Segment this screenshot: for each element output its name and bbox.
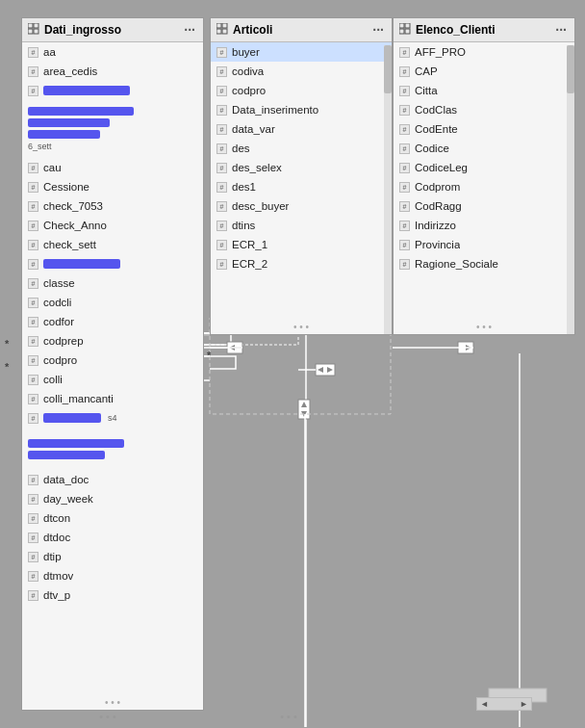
table-row[interactable]: # AFF_PRO	[394, 42, 574, 62]
table-row-redacted[interactable]: #	[22, 254, 203, 273]
table-row[interactable]: # Indirizzo	[394, 216, 574, 235]
field-icon: #	[216, 47, 227, 58]
table-row[interactable]: # ECR_2	[211, 254, 392, 273]
field-name: check_7053	[43, 200, 103, 212]
table-row[interactable]: # CodClas	[394, 100, 574, 119]
table-row[interactable]: # cau	[22, 158, 203, 177]
table-row[interactable]: # aa	[22, 42, 203, 62]
resize-handle-bottom-elenco[interactable]: • • •	[476, 322, 492, 334]
scroll-right-arrow[interactable]: ►	[520, 699, 528, 709]
table-row[interactable]: # Codprom	[394, 177, 574, 196]
table-row[interactable]: # Citta	[394, 81, 574, 100]
table-row[interactable]: # area_cedis	[22, 62, 203, 81]
table-row[interactable]: # Data_inserimento	[211, 100, 392, 119]
resize-handle-bottom[interactable]: • • •	[105, 697, 120, 710]
field-icon: #	[399, 105, 410, 116]
field-icon: #	[216, 124, 227, 135]
table-row[interactable]: # Ragione_Sociale	[394, 254, 574, 273]
field-icon: #	[28, 298, 38, 308]
svg-text:• • •: • • •	[280, 711, 297, 722]
panel-elenco-header[interactable]: Elenco_Clienti ···	[394, 18, 574, 42]
panel-articoli-header[interactable]: Articoli ···	[211, 18, 392, 42]
table-row[interactable]: # CodRagg	[394, 196, 574, 216]
table-row-redacted[interactable]: # s4	[22, 408, 203, 428]
field-name: dtins	[232, 220, 255, 231]
table-row[interactable]: # codprep	[22, 331, 203, 351]
table-row[interactable]: # dtins	[211, 216, 392, 235]
table-row[interactable]: # desc_buyer	[211, 196, 392, 216]
table-row[interactable]: # colli_mancanti	[22, 389, 203, 408]
table-row[interactable]: # data_var	[211, 119, 392, 139]
table-row[interactable]: # dtdoc	[22, 528, 203, 547]
field-icon: #	[399, 221, 410, 231]
panel-dati-title-group: Dati_ingrosso	[28, 23, 121, 38]
field-icon: #	[28, 66, 38, 77]
scrollbar-thumb-elenco[interactable]	[567, 45, 574, 93]
panel-elenco-menu[interactable]: ···	[553, 22, 569, 38]
horizontal-scroll-bar[interactable]: ◄ ►	[476, 697, 532, 711]
field-icon: #	[28, 86, 38, 96]
table-row[interactable]: # codpro	[211, 81, 392, 100]
field-icon: #	[28, 47, 38, 58]
table-row[interactable]: # ECR_1	[211, 235, 392, 254]
table-row[interactable]: # des	[211, 139, 392, 158]
scrollbar-track-articoli[interactable]	[384, 45, 392, 334]
table-row[interactable]: # des_selex	[211, 158, 392, 177]
redacted-field	[43, 413, 101, 423]
table-row[interactable]: # day_week	[22, 489, 203, 508]
field-icon: #	[28, 590, 38, 601]
field-icon: #	[399, 240, 410, 250]
field-icon: #	[28, 201, 38, 212]
field-icon: #	[216, 201, 227, 212]
field-icon: #	[399, 143, 410, 154]
scrollbar-thumb-articoli[interactable]	[384, 45, 392, 93]
table-row-redacted-block2[interactable]	[22, 428, 203, 470]
table-row[interactable]: # Check_Anno	[22, 216, 203, 235]
panel-articoli-menu[interactable]: ···	[370, 22, 386, 38]
field-name: CodiceLeg	[415, 162, 468, 173]
table-row[interactable]: # dtmov	[22, 566, 203, 585]
svg-rect-6	[316, 364, 335, 376]
field-name: aa	[43, 46, 56, 58]
table-row[interactable]: # CodEnte	[394, 119, 574, 139]
field-icon: #	[28, 278, 38, 289]
field-name: dtip	[43, 551, 62, 562]
panel-articoli: Articoli ··· # buyer # codiva # codpro #…	[210, 17, 393, 335]
table-row[interactable]: # codcli	[22, 293, 203, 312]
table-row[interactable]: # dtip	[22, 547, 203, 566]
table-row[interactable]: # Provincia	[394, 235, 574, 254]
field-icon: #	[28, 259, 38, 270]
table-row[interactable]: # Cessione	[22, 177, 203, 196]
table-row[interactable]: # check_sett	[22, 235, 203, 254]
table-row[interactable]: # codfor	[22, 312, 203, 331]
table-row[interactable]: # data_doc	[22, 470, 203, 489]
table-row[interactable]: # CodiceLeg	[394, 158, 574, 177]
table-row[interactable]: # Codice	[394, 139, 574, 158]
table-row[interactable]: # des1	[211, 177, 392, 196]
field-icon: #	[28, 475, 38, 485]
table-row[interactable]: # codpro	[22, 351, 203, 370]
scroll-left-arrow[interactable]: ◄	[480, 699, 489, 709]
field-icon: #	[399, 124, 410, 135]
table-row[interactable]: # dtcon	[22, 508, 203, 528]
table-row-redacted-block[interactable]: 6_sett	[22, 100, 203, 158]
field-name: CodClas	[415, 104, 457, 116]
table-row[interactable]: # check_7053	[22, 196, 203, 216]
table-row[interactable]: # classe	[22, 273, 203, 293]
field-name: codprep	[43, 335, 84, 347]
resize-handle-bottom-articoli[interactable]: • • •	[293, 322, 309, 334]
table-row-cap[interactable]: # CAP	[394, 62, 574, 81]
panel-dati-menu[interactable]: ···	[182, 22, 197, 38]
redacted-label: 6_sett	[28, 142, 52, 151]
scrollbar-track-elenco[interactable]	[567, 45, 574, 334]
table-row[interactable]: # dtv_p	[22, 585, 203, 605]
table-row-redacted[interactable]: #	[22, 81, 203, 100]
field-icon: #	[28, 494, 38, 505]
table-row[interactable]: # colli	[22, 370, 203, 389]
redacted-field	[28, 107, 134, 116]
redacted-field	[28, 130, 100, 139]
field-icon: #	[28, 571, 38, 582]
panel-dati-header[interactable]: Dati_ingrosso ···	[22, 18, 203, 42]
table-row[interactable]: # codiva	[211, 62, 392, 81]
table-row-buyer[interactable]: # buyer	[211, 42, 392, 62]
